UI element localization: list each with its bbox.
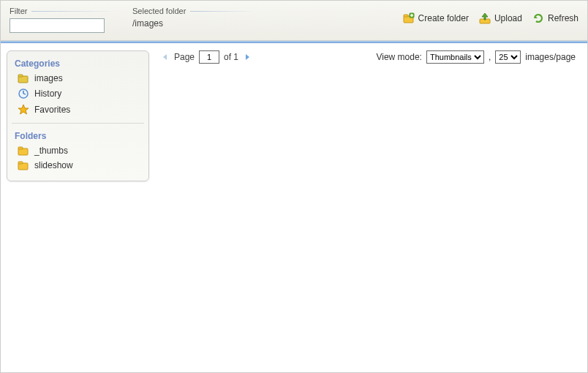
create-folder-button[interactable]: Create folder	[403, 12, 469, 24]
folder-item-slideshow[interactable]: slideshow	[18, 160, 141, 170]
category-item-images[interactable]: images	[18, 73, 141, 83]
refresh-label: Refresh	[548, 13, 578, 23]
file-manager-app: Filter Selected folder /images Create fo…	[0, 0, 588, 373]
svg-rect-7	[18, 75, 23, 77]
sidebar-panel: Categories images History Favorites	[7, 50, 149, 181]
view-mode-select[interactable]: Thumbnails	[426, 50, 484, 64]
category-label: History	[34, 88, 61, 99]
category-item-favorites[interactable]: Favorites	[18, 104, 141, 116]
toolbar-actions: Create folder Upload Refresh	[403, 12, 578, 24]
view-mode-label: View mode:	[376, 52, 421, 62]
per-page-suffix: images/page	[525, 52, 576, 62]
category-label: images	[34, 73, 63, 83]
selected-folder-path: /images	[132, 18, 257, 29]
folder-label: _thumbs	[34, 146, 68, 156]
filter-input[interactable]	[10, 18, 105, 33]
pager-page-label: Page	[174, 52, 195, 62]
upload-button[interactable]: Upload	[479, 12, 522, 24]
comma: ,	[489, 52, 491, 62]
folder-label: slideshow	[34, 160, 73, 170]
folder-icon	[18, 146, 29, 156]
pager-of-label: of 1	[224, 52, 238, 62]
refresh-button[interactable]: Refresh	[532, 12, 578, 24]
pager: Page of 1	[161, 50, 252, 64]
divider	[31, 11, 119, 12]
refresh-icon	[532, 12, 544, 24]
star-icon	[18, 104, 29, 116]
per-page-select[interactable]: 25	[495, 50, 521, 64]
selected-folder-section: Selected folder /images	[132, 7, 257, 29]
main-area: Categories images History Favorites	[1, 43, 587, 372]
pager-page-input[interactable]	[199, 50, 219, 64]
filter-label: Filter	[10, 7, 27, 15]
folder-icon	[18, 160, 29, 170]
pager-next-button[interactable]	[243, 53, 252, 61]
selected-folder-label: Selected folder	[132, 7, 186, 15]
folder-icon	[18, 73, 29, 83]
folders-list: _thumbs slideshow	[18, 146, 141, 170]
upload-icon	[479, 12, 491, 24]
categories-list: images History Favorites	[18, 73, 141, 116]
create-folder-icon	[403, 12, 415, 24]
create-folder-label: Create folder	[418, 13, 469, 23]
panel-divider	[12, 123, 144, 124]
divider	[190, 11, 257, 12]
category-label: Favorites	[34, 105, 70, 115]
filter-section: Filter	[10, 7, 119, 33]
pager-prev-button[interactable]	[161, 53, 170, 61]
history-icon	[18, 88, 29, 99]
content-toolbar: Page of 1 View mode: Thumbnails , 25 ima…	[161, 50, 576, 64]
folder-item-thumbs[interactable]: _thumbs	[18, 146, 141, 156]
upload-label: Upload	[494, 13, 522, 23]
sidebar: Categories images History Favorites	[7, 50, 149, 372]
categories-title: Categories	[15, 59, 141, 69]
content-area: Page of 1 View mode: Thumbnails , 25 ima…	[149, 43, 587, 372]
toolbar: Filter Selected folder /images Create fo…	[1, 1, 587, 41]
svg-rect-1	[404, 15, 408, 17]
folders-title: Folders	[15, 131, 141, 141]
category-item-history[interactable]: History	[18, 88, 141, 99]
view-mode: View mode: Thumbnails , 25 images/page	[376, 50, 576, 64]
svg-rect-14	[18, 162, 23, 164]
svg-rect-12	[18, 147, 23, 149]
